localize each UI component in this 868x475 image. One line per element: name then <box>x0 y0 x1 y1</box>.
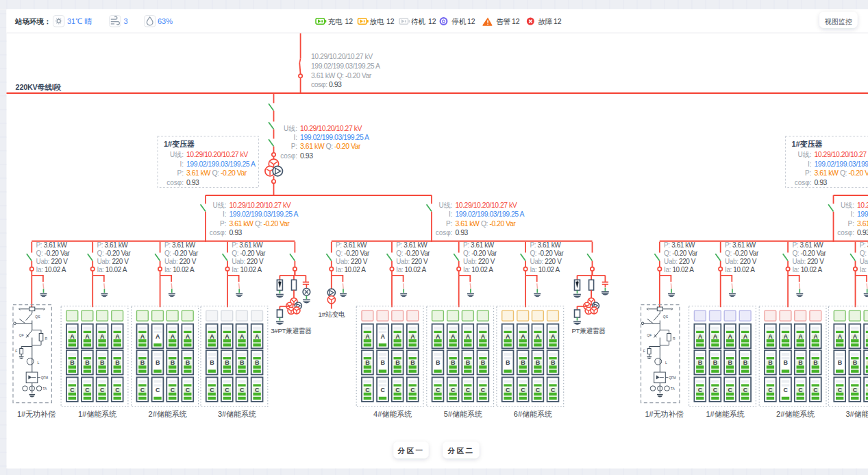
svg-text:10.29/10.20/10.27 kV: 10.29/10.20/10.27 kV <box>230 201 291 209</box>
svg-text:B: B <box>713 359 718 366</box>
svg-text:C: C <box>838 387 843 393</box>
svg-text:cosφ:: cosφ: <box>166 179 184 186</box>
svg-text:C: C <box>813 387 818 393</box>
svg-text:F: F <box>643 349 645 353</box>
svg-text:3.61 kW Q: -0.20 Var: 3.61 kW Q: -0.20 Var <box>456 219 517 228</box>
svg-text:Uab: 220 V: Uab: 220 V <box>396 258 428 265</box>
svg-text:A: A <box>100 333 105 340</box>
svg-text:3: 3 <box>124 17 128 25</box>
svg-text:Uab: 220 V: Uab: 220 V <box>725 258 757 265</box>
svg-text:U线:: U线: <box>841 202 854 209</box>
svg-text:B: B <box>743 359 748 366</box>
svg-text:P:: P: <box>848 220 854 228</box>
svg-text:B: B <box>115 359 120 366</box>
svg-text:Uab: 220 V: Uab: 220 V <box>97 258 129 265</box>
svg-text:C: C <box>466 387 471 393</box>
svg-text:B: B <box>140 359 145 366</box>
svg-text:I:: I: <box>223 210 227 218</box>
svg-text:A: A <box>365 333 370 340</box>
svg-text:3.61 kW Q: -0.20 Var: 3.61 kW Q: -0.20 Var <box>230 219 290 228</box>
svg-text:C: C <box>240 387 245 393</box>
svg-text:A: A <box>466 333 471 340</box>
svg-text:199.02/199.03/199.25 A: 199.02/199.03/199.25 A <box>857 210 868 218</box>
svg-text:C: C <box>85 387 90 393</box>
svg-text:P: 3.61 kW: P: 3.61 kW <box>530 241 561 249</box>
svg-text:C: C <box>536 387 541 393</box>
svg-text:B: B <box>436 359 441 366</box>
svg-text:A: A <box>171 333 175 340</box>
svg-text:R: R <box>673 337 675 341</box>
svg-text:C: C <box>506 387 510 393</box>
svg-text:QFM: QFM <box>41 376 48 380</box>
svg-text:C: C <box>395 387 400 393</box>
svg-text:B: B <box>451 359 456 366</box>
svg-text:3#储能系统: 3#储能系统 <box>218 410 256 418</box>
svg-text:A: A <box>506 333 510 340</box>
svg-text:Uab: 220 V: Uab: 220 V <box>530 258 562 265</box>
svg-text:放电: 放电 <box>370 17 385 25</box>
svg-text:P: 3.61 kW: P: 3.61 kW <box>336 241 367 249</box>
svg-text:A: A <box>768 333 773 340</box>
svg-text:C: C <box>698 387 703 393</box>
svg-text:0.93: 0.93 <box>815 178 828 186</box>
svg-text:B: B <box>255 359 260 366</box>
svg-text:1#变压器: 1#变压器 <box>792 140 823 148</box>
svg-text:L: L <box>38 361 40 365</box>
svg-text:B: B <box>536 359 541 366</box>
svg-text:C: C <box>156 387 160 393</box>
svg-text:1#变压器: 1#变压器 <box>164 140 195 148</box>
svg-text:0.93: 0.93 <box>857 228 868 236</box>
svg-text:A: A <box>743 333 748 340</box>
svg-text:B: B <box>100 359 105 366</box>
svg-text:P: 3.61 kW: P: 3.61 kW <box>232 241 263 249</box>
svg-text:Q: -0.20 Var: Q: -0.20 Var <box>725 249 759 257</box>
svg-text:C: C <box>521 387 525 393</box>
svg-text:C: C <box>365 387 370 393</box>
svg-text:B: B <box>225 359 230 366</box>
svg-text:10.29/10.20/10.27 kV: 10.29/10.20/10.27 kV <box>456 201 517 209</box>
svg-text:10.29/10.20/10.27 kV: 10.29/10.20/10.27 kV <box>300 124 362 132</box>
svg-text:A: A <box>481 333 486 340</box>
svg-text:Uab: 220 V: Uab: 220 V <box>36 258 69 265</box>
svg-text:Q: -0.20 Var: Q: -0.20 Var <box>97 249 132 257</box>
svg-text:待机: 待机 <box>411 17 426 25</box>
svg-text:199.02/199.03/199.25 A: 199.02/199.03/199.25 A <box>456 210 525 218</box>
svg-text:P: 3.61 kW: P: 3.61 kW <box>725 241 756 249</box>
svg-text:B: B <box>210 359 214 366</box>
svg-text:10.29/10.20/10.27 kV: 10.29/10.20/10.27 kV <box>186 150 248 158</box>
svg-text:Q: -0.20 Var: Q: -0.20 Var <box>396 249 430 257</box>
svg-text:Uab: 220 V: Uab: 220 V <box>860 258 868 265</box>
svg-text:C: C <box>115 387 120 393</box>
svg-text:B: B <box>798 359 803 366</box>
svg-text:A: A <box>85 333 90 340</box>
svg-text:C: C <box>171 387 175 393</box>
svg-text:Q: -0.20 Var: Q: -0.20 Var <box>860 249 868 257</box>
svg-text:C: C <box>853 387 858 393</box>
svg-text:1#储能系统: 1#储能系统 <box>706 410 744 418</box>
svg-text:P: 3.61 kW: P: 3.61 kW <box>463 241 495 249</box>
svg-text:Q: -0.20 Var: Q: -0.20 Var <box>664 249 698 257</box>
svg-text:Q: -0.20 Var: Q: -0.20 Var <box>232 249 266 257</box>
svg-text:P:: P: <box>220 220 226 228</box>
svg-text:视图监控: 视图监控 <box>825 18 852 25</box>
svg-text:Q: -0.20 Var: Q: -0.20 Var <box>36 249 71 257</box>
svg-text:B: B <box>365 359 370 366</box>
svg-text:B: B <box>728 359 733 366</box>
svg-text:B: B <box>395 359 400 366</box>
svg-text:Q: -0.20 Var: Q: -0.20 Var <box>463 249 497 257</box>
svg-text:QF: QF <box>647 333 652 337</box>
svg-text:TA: TA <box>671 387 675 391</box>
svg-text:P:: P: <box>805 169 811 177</box>
svg-text:B: B <box>813 359 818 366</box>
svg-text:Uab: 220 V: Uab: 220 V <box>336 258 368 265</box>
svg-text:P: 3.61 kW: P: 3.61 kW <box>396 241 427 249</box>
svg-text:C: C <box>70 387 75 393</box>
svg-text:分区一: 分区一 <box>397 446 425 454</box>
svg-text:B: B <box>380 359 385 366</box>
svg-text:cosφ:: cosφ: <box>280 152 297 160</box>
svg-text:199.02/199.03/199.25 A: 199.02/199.03/199.25 A <box>186 160 256 168</box>
svg-text:1#储能系统: 1#储能系统 <box>78 410 116 418</box>
svg-text:Q: -0.20 Var: Q: -0.20 Var <box>336 249 370 257</box>
svg-text:C: C <box>713 387 718 393</box>
svg-text:cosφ:: cosφ: <box>210 229 227 236</box>
